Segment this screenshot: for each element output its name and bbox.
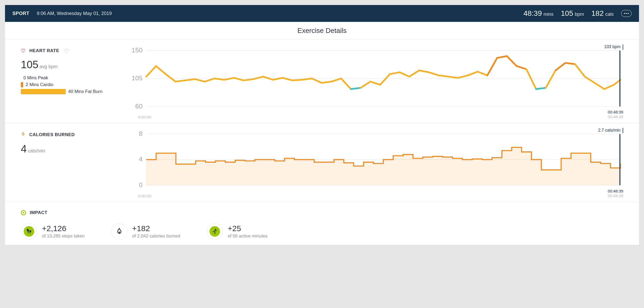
svg-text:4: 4 (139, 156, 143, 163)
svg-line-41 (487, 58, 497, 75)
impact-cals-value: +182 (132, 224, 180, 233)
svg-text:105: 105 (131, 74, 142, 82)
calories-label: CALORIES BURNED (29, 132, 75, 137)
svg-line-52 (594, 83, 604, 89)
zone-fat-row: 40 Mins Fat Burn (21, 89, 120, 94)
svg-line-34 (419, 70, 429, 72)
svg-line-40 (478, 72, 487, 75)
svg-point-66 (30, 233, 30, 234)
svg-line-31 (390, 72, 400, 74)
svg-point-67 (215, 228, 216, 230)
calories-section: CALORIES BURNED 4cals/min 2.7 cals/min 0… (5, 123, 639, 202)
svg-line-14 (224, 78, 234, 80)
calories-rate: 4cals/min (21, 143, 120, 155)
svg-line-17 (253, 77, 263, 79)
impact-calories: +182 of 2,042 calories burned (111, 223, 180, 240)
svg-text:150: 150 (131, 48, 142, 54)
activity-datetime: 9:06 AM, Wednesday May 01, 2019 (37, 11, 112, 16)
calories-chart[interactable]: 2.7 cals/min 048 0:00:00 00:48:39 00:48:… (128, 131, 623, 196)
header-calories: 182 cals (591, 9, 614, 18)
hr-end-time: 00:48:39 (608, 110, 623, 115)
svg-line-53 (604, 85, 614, 89)
activity-type: SPORT (12, 11, 30, 16)
svg-line-47 (546, 70, 555, 88)
svg-line-30 (380, 74, 390, 85)
flame-icon (21, 131, 26, 138)
svg-line-19 (273, 78, 283, 80)
impact-steps: +2,126 of 13,285 steps taken (21, 223, 85, 240)
svg-line-51 (585, 77, 594, 83)
target-icon (21, 210, 26, 215)
zone-peak-row: 0 Mins Peak (21, 75, 120, 81)
svg-line-21 (292, 80, 302, 80)
cal-start-time: 0:00:00 (138, 194, 151, 198)
svg-point-63 (26, 228, 30, 232)
help-icon[interactable]: ? (64, 48, 69, 53)
cal-end-value: 2.7 cals/min (598, 128, 623, 133)
svg-line-12 (205, 78, 214, 82)
svg-line-6 (146, 66, 156, 77)
svg-line-29 (370, 82, 380, 85)
exercise-detail-card: SPORT 9:06 AM, Wednesday May 01, 2019 48… (5, 5, 639, 245)
impact-cals-sub: of 2,042 calories burned (132, 234, 180, 239)
svg-line-27 (351, 88, 361, 89)
svg-line-25 (331, 78, 341, 82)
cal-end-time: 00:48:39 (608, 189, 623, 193)
svg-line-36 (439, 75, 448, 77)
svg-text:8: 8 (139, 131, 143, 137)
zone-cardio-row: 2 Mins Cardio (21, 82, 120, 87)
svg-line-8 (166, 74, 175, 82)
svg-line-35 (429, 72, 439, 75)
header-heart-rate: 105 bpm (561, 9, 584, 18)
svg-line-42 (497, 56, 507, 58)
activity-header: SPORT 9:06 AM, Wednesday May 01, 2019 48… (5, 5, 639, 22)
heart-rate-label: HEART RATE (30, 48, 59, 53)
hr-end-value: 103 bpm (604, 44, 623, 50)
svg-line-9 (175, 80, 185, 82)
hr-end-time-total: 00:48:39 (608, 115, 623, 119)
more-options-button[interactable] (621, 10, 632, 17)
impact-active-minutes: +25 of 56 active minutes (207, 223, 267, 240)
steps-icon (21, 223, 37, 240)
impact-active-value: +25 (228, 224, 267, 233)
svg-line-45 (526, 69, 536, 89)
svg-line-23 (312, 78, 322, 83)
svg-line-44 (516, 66, 526, 69)
svg-point-64 (28, 232, 29, 233)
svg-point-65 (29, 230, 32, 233)
header-duration: 48:39 mins (523, 9, 553, 18)
impact-steps-sub: of 13,285 steps taken (42, 234, 85, 239)
svg-text:0: 0 (139, 181, 143, 188)
svg-line-50 (575, 64, 585, 77)
impact-active-sub: of 56 active minutes (228, 234, 267, 239)
svg-line-26 (341, 78, 351, 89)
svg-line-38 (458, 75, 468, 78)
svg-line-7 (156, 66, 166, 74)
svg-line-20 (283, 78, 292, 80)
svg-line-48 (555, 63, 565, 70)
heart-rate-chart[interactable]: 103 bpm 60105150 0:00:00 00:48:39 00:48:… (128, 48, 623, 118)
impact-steps-value: +2,126 (42, 224, 85, 233)
svg-line-16 (244, 79, 253, 80)
svg-line-15 (234, 78, 244, 80)
svg-line-54 (614, 80, 620, 85)
svg-line-43 (507, 56, 516, 66)
cal-end-time-total: 00:48:39 (608, 193, 623, 198)
svg-text:60: 60 (135, 103, 143, 110)
svg-line-10 (185, 79, 195, 80)
svg-line-24 (322, 82, 331, 83)
hr-start-time: 0:00:00 (138, 115, 151, 119)
svg-line-39 (468, 72, 478, 75)
svg-line-49 (565, 63, 575, 64)
calories-impact-icon (111, 223, 128, 240)
active-icon (207, 223, 223, 240)
svg-line-33 (409, 70, 419, 77)
impact-label: IMPACT (30, 210, 47, 215)
svg-line-46 (536, 88, 546, 89)
svg-line-18 (263, 77, 273, 80)
heart-icon: ♡ (21, 48, 26, 54)
svg-line-11 (195, 79, 205, 81)
svg-line-37 (448, 77, 458, 78)
avg-heart-rate: 105avg bpm (21, 59, 120, 71)
hr-zone-list: 0 Mins Peak 2 Mins Cardio 40 Mins Fat Bu… (21, 75, 120, 94)
